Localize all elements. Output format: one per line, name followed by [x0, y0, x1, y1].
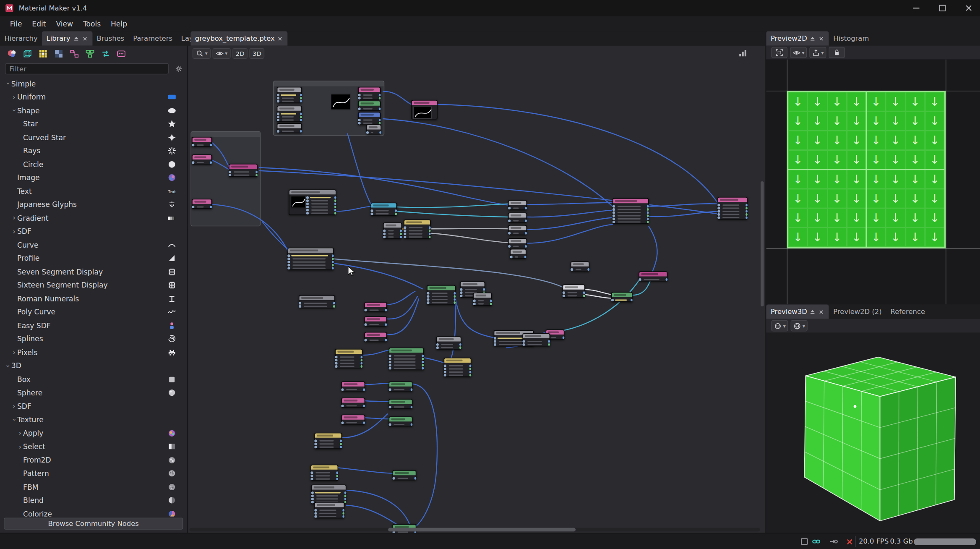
- library-item-splines[interactable]: Splines: [0, 332, 187, 346]
- input-port-icon[interactable]: [611, 299, 613, 301]
- graph-node[interactable]: [436, 337, 461, 350]
- graph-node[interactable]: [383, 222, 402, 239]
- input-port-icon[interactable]: [612, 208, 615, 210]
- graph-node[interactable]: [277, 87, 302, 103]
- node-header[interactable]: [277, 88, 301, 92]
- eject-icon[interactable]: [73, 35, 79, 42]
- node-header[interactable]: [289, 190, 336, 194]
- node-header[interactable]: [509, 239, 526, 243]
- input-port-icon[interactable]: [306, 212, 308, 214]
- node-connect-icon[interactable]: [829, 536, 839, 546]
- input-port-icon[interactable]: [717, 204, 719, 206]
- library-item-colorize[interactable]: Colorize: [0, 507, 187, 516]
- library-item-fbm[interactable]: FBM: [0, 480, 187, 494]
- node-graph-canvas[interactable]: ▾ ▾ 2D 3D: [188, 46, 765, 533]
- input-port-icon[interactable]: [522, 343, 524, 345]
- graph-node[interactable]: [365, 316, 387, 327]
- library-item-easy-sdf[interactable]: Easy SDF: [0, 319, 187, 332]
- library-item-curve[interactable]: Curve: [0, 238, 187, 252]
- zoom-dropdown[interactable]: ▾: [193, 48, 211, 59]
- input-port-icon[interactable]: [717, 213, 719, 215]
- collapse-arrow-icon[interactable]: ›: [10, 107, 18, 114]
- input-port-icon[interactable]: [335, 365, 337, 367]
- input-port-icon[interactable]: [314, 509, 316, 511]
- input-port-icon[interactable]: [494, 340, 496, 342]
- library-item-sdf[interactable]: ›SDF: [0, 400, 187, 413]
- expand-arrow-icon[interactable]: ›: [11, 227, 17, 235]
- input-port-icon[interactable]: [522, 340, 524, 342]
- node-header[interactable]: [474, 293, 491, 298]
- input-port-icon[interactable]: [192, 206, 194, 208]
- input-port-icon[interactable]: [436, 346, 438, 348]
- menu-help[interactable]: Help: [106, 18, 132, 30]
- library-item-star[interactable]: Star: [0, 117, 187, 131]
- input-port-icon[interactable]: [277, 94, 279, 96]
- input-port-icon[interactable]: [393, 477, 395, 479]
- input-port-icon[interactable]: [277, 130, 279, 132]
- input-port-icon[interactable]: [383, 233, 385, 235]
- input-port-icon[interactable]: [358, 122, 360, 124]
- input-port-icon[interactable]: [404, 236, 406, 238]
- input-port-icon[interactable]: [389, 361, 391, 363]
- minimize-button[interactable]: [911, 3, 921, 13]
- input-port-icon[interactable]: [311, 494, 313, 497]
- collapse-arrow-icon[interactable]: ›: [10, 417, 18, 423]
- node-header[interactable]: [523, 334, 550, 338]
- input-port-icon[interactable]: [444, 374, 446, 376]
- graph-node[interactable]: [277, 123, 302, 133]
- library-item-texture[interactable]: ›Texture: [0, 413, 187, 426]
- library-item-uniform[interactable]: ›Uniform: [0, 90, 187, 104]
- graph-node[interactable]: [341, 382, 365, 392]
- graph-node[interactable]: [389, 348, 424, 370]
- library-item-shape[interactable]: ›Shape: [0, 104, 187, 117]
- library-item-3d[interactable]: ›3D: [0, 359, 187, 373]
- tab-preview2d[interactable]: Preview2D: [766, 31, 829, 45]
- input-port-icon[interactable]: [287, 254, 289, 256]
- expand-arrow-icon[interactable]: ›: [17, 442, 23, 450]
- library-item-curved-star[interactable]: Curved Star: [0, 131, 187, 144]
- input-port-icon[interactable]: [508, 207, 510, 209]
- input-port-icon[interactable]: [358, 119, 360, 121]
- graph-node[interactable]: [289, 189, 336, 215]
- input-port-icon[interactable]: [310, 471, 313, 473]
- preview2d-viewport[interactable]: ↓↓↓↓↓↓↓↓↓↓↓↓↓↓↓↓↓↓↓↓↓↓↓↓↓↓↓↓↓↓↓↓↓↓↓↓↓↓↓↓…: [766, 60, 980, 305]
- graph-node[interactable]: [314, 433, 342, 449]
- input-port-icon[interactable]: [404, 226, 406, 228]
- input-port-icon[interactable]: [494, 343, 496, 345]
- eject-icon[interactable]: [810, 308, 816, 315]
- input-port-icon[interactable]: [508, 232, 510, 234]
- library-item-poly-curve[interactable]: Poly Curve: [0, 306, 187, 319]
- input-port-icon[interactable]: [287, 264, 289, 266]
- graph-node[interactable]: [611, 292, 633, 302]
- graph-node[interactable]: [389, 416, 413, 426]
- node-header[interactable]: [315, 433, 341, 437]
- collapse-arrow-icon[interactable]: ›: [4, 363, 12, 369]
- input-port-icon[interactable]: [510, 256, 512, 258]
- collapse-arrow-icon[interactable]: ›: [4, 81, 12, 87]
- tab-brushes[interactable]: Brushes: [92, 31, 129, 45]
- lock-icon[interactable]: [829, 47, 845, 58]
- library-item-circle[interactable]: Circle: [0, 157, 187, 171]
- expand-arrow-icon[interactable]: ›: [17, 429, 23, 437]
- library-item-japanese-glyphs[interactable]: Japanese Glyphs: [0, 198, 187, 212]
- node-header[interactable]: [300, 296, 334, 300]
- input-port-icon[interactable]: [311, 498, 313, 500]
- grid-icon[interactable]: [36, 48, 50, 60]
- close-icon[interactable]: [277, 35, 284, 42]
- graph-node[interactable]: [522, 333, 550, 346]
- tab-preview3d[interactable]: Preview3D: [766, 305, 829, 319]
- node-header[interactable]: [412, 101, 437, 105]
- node-header[interactable]: [311, 465, 338, 469]
- close-icon[interactable]: [818, 308, 825, 315]
- input-port-icon[interactable]: [404, 233, 406, 235]
- input-port-icon[interactable]: [341, 405, 343, 407]
- node-header[interactable]: [612, 293, 632, 297]
- library-item-select[interactable]: ›Select: [0, 440, 187, 453]
- ellipsis-icon[interactable]: [115, 48, 128, 60]
- input-port-icon[interactable]: [389, 355, 391, 357]
- graph-node[interactable]: [358, 112, 381, 125]
- graph-node[interactable]: [393, 470, 417, 480]
- tab-preview2d-2[interactable]: Preview2D (2): [829, 305, 886, 319]
- library-item-seven-segment-display[interactable]: Seven Segment Display: [0, 265, 187, 279]
- input-port-icon[interactable]: [717, 210, 719, 212]
